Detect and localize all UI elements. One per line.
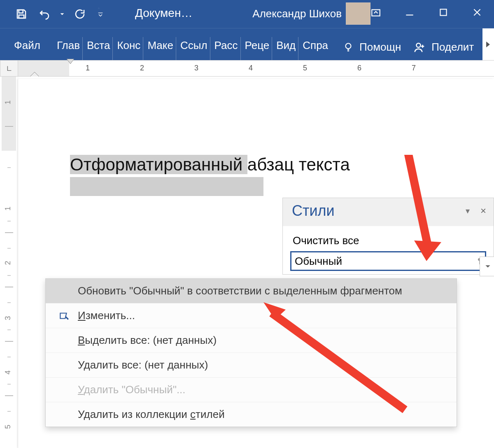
styles-pane-header: Стили ▾ × [283, 198, 494, 226]
close-button[interactable] [460, 0, 494, 25]
tell-me[interactable]: Помощн [343, 41, 401, 60]
share-icon [413, 41, 426, 54]
share-button[interactable]: Поделит [413, 41, 474, 60]
minimize-icon [404, 7, 415, 18]
svg-rect-2 [372, 10, 380, 16]
chevron-down-icon [59, 11, 65, 17]
tab-view[interactable]: Вид [272, 37, 298, 60]
selected-text: Отформатированный [70, 155, 247, 174]
ruler-num: 7 [412, 64, 416, 72]
selection-extend [70, 177, 263, 196]
annotation-arrow [263, 302, 440, 436]
ruler-num: 5 [303, 64, 307, 72]
ruler-num: 1 [4, 206, 12, 210]
svg-rect-0 [19, 10, 23, 13]
style-item-normal[interactable]: Обычный ¶ [290, 251, 486, 271]
ruler-num: 1 [86, 64, 90, 72]
ruler-num: 5 [4, 425, 12, 429]
ruler-dash [7, 275, 11, 276]
svg-marker-6 [67, 59, 74, 64]
svg-rect-10 [404, 155, 431, 243]
tab-file[interactable]: Файл [0, 37, 53, 60]
ruler-num: 6 [357, 64, 361, 72]
undo-icon [38, 8, 51, 20]
tab-selector[interactable] [0, 60, 18, 77]
style-dropdown[interactable] [480, 257, 494, 276]
ruler-dash [7, 167, 11, 168]
save-button[interactable] [10, 0, 33, 28]
svg-rect-9 [269, 310, 407, 413]
styles-list: Очистить все Обычный ¶ [283, 226, 494, 274]
ribbon-display-options[interactable] [359, 0, 393, 25]
ruler-num: 2 [140, 64, 144, 72]
document-text[interactable]: Отформатированный абзац текста [70, 155, 350, 175]
chevron-down-icon [485, 264, 491, 269]
ruler-num: 2 [4, 261, 12, 265]
svg-point-5 [417, 43, 421, 47]
ruler-num: 3 [194, 64, 198, 72]
ruler-num: 4 [4, 370, 12, 374]
style-name: Обычный [295, 255, 342, 268]
ruler-num: 1 [4, 100, 12, 104]
ruler-tick [5, 395, 13, 396]
first-line-indent-icon[interactable] [67, 59, 74, 64]
ruler-dash [7, 302, 11, 303]
tab-mailings[interactable]: Расс [210, 37, 241, 60]
qat-customize[interactable] [91, 0, 110, 28]
close-icon [472, 7, 482, 18]
tab-home[interactable]: Глав [53, 37, 83, 60]
quick-access-toolbar [0, 0, 110, 28]
ruler-tick [5, 341, 13, 342]
maximize-icon [438, 7, 449, 18]
repeat-icon [74, 8, 86, 20]
tab-layout[interactable]: Маке [143, 37, 176, 60]
ribbon-scroll-right[interactable] [482, 28, 494, 61]
svg-point-4 [346, 43, 351, 49]
tab-review[interactable]: Реце [241, 37, 273, 60]
ruler-margin [18, 61, 69, 76]
vertical-ruler[interactable]: 1 1 2 3 4 5 [0, 77, 18, 448]
ruler-dash [7, 329, 11, 330]
ruler-dash [7, 248, 11, 249]
ruler-tick [5, 126, 13, 127]
menu-update-to-match[interactable]: Обновить "Обычный" в соответствии с выде… [46, 279, 457, 303]
lightbulb-icon [343, 42, 354, 53]
svg-marker-11 [414, 240, 441, 261]
clear-all-style[interactable]: Очистить все [290, 231, 486, 251]
ruler-tick [5, 232, 13, 233]
ruler-dash [7, 411, 11, 412]
user-name: Александр Шихов [252, 7, 342, 20]
svg-rect-3 [440, 9, 446, 15]
save-icon [15, 8, 28, 20]
ruler-dash [7, 221, 11, 222]
tab-left-icon [5, 65, 13, 72]
styles-pane-menu[interactable]: ▾ [466, 206, 470, 216]
account-block[interactable]: Александр Шихов [252, 2, 370, 25]
chevron-right-icon [485, 42, 491, 47]
minimize-button[interactable] [393, 0, 426, 25]
ruler-dash [7, 384, 11, 385]
horizontal-ruler[interactable]: 1 2 3 4 5 6 7 [18, 60, 494, 77]
styles-pane: Стили ▾ × Очистить все Обычный ¶ [282, 198, 494, 275]
maximize-button[interactable] [426, 0, 460, 25]
ruler-dash [7, 357, 11, 357]
ruler-tick [5, 287, 13, 287]
annotation-arrow [402, 155, 447, 264]
undo-dropdown[interactable] [56, 0, 68, 28]
ruler-margin [2, 77, 16, 151]
svg-rect-1 [19, 15, 24, 19]
repeat-button[interactable] [68, 0, 91, 28]
tab-references[interactable]: Ссыл [176, 37, 210, 60]
document-title: Докумен… [135, 7, 192, 20]
unselected-text: абзац текста [247, 155, 350, 174]
undo-button[interactable] [33, 0, 56, 28]
tab-design[interactable]: Конс [113, 37, 143, 60]
customize-icon [97, 11, 104, 17]
styles-pane-close[interactable]: × [480, 205, 486, 217]
tell-me-label: Помощн [359, 41, 401, 54]
window-controls [359, 0, 494, 25]
ruler-num: 4 [249, 64, 253, 72]
tab-help[interactable]: Спра [298, 37, 331, 60]
tab-insert[interactable]: Вста [83, 37, 113, 60]
title-bar: Докумен… Александр Шихов [0, 0, 494, 28]
